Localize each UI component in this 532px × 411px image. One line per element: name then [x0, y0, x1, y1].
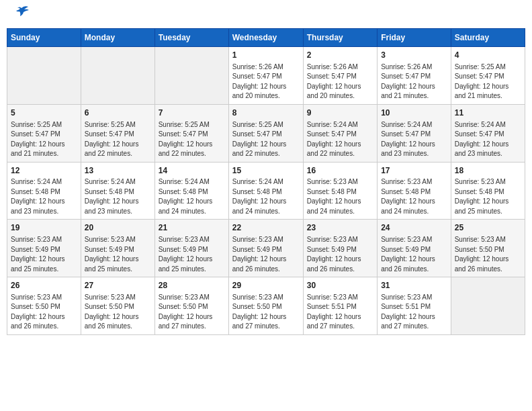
day-info: Sunrise: 5:23 AMSunset: 5:48 PMDaylight:…	[455, 177, 521, 216]
day-number: 29	[232, 280, 300, 291]
page-header	[7, 7, 525, 24]
calendar-week-row: 12Sunrise: 5:24 AMSunset: 5:48 PMDayligh…	[7, 162, 525, 220]
day-info: Sunrise: 5:26 AMSunset: 5:47 PMDaylight:…	[232, 62, 300, 101]
calendar-cell: 12Sunrise: 5:24 AMSunset: 5:48 PMDayligh…	[7, 162, 81, 220]
calendar-cell: 7Sunrise: 5:25 AMSunset: 5:47 PMDaylight…	[154, 104, 228, 162]
day-info: Sunrise: 5:24 AMSunset: 5:47 PMDaylight:…	[307, 120, 373, 159]
calendar-cell: 9Sunrise: 5:24 AMSunset: 5:47 PMDaylight…	[303, 104, 377, 162]
calendar-cell: 3Sunrise: 5:26 AMSunset: 5:47 PMDaylight…	[378, 47, 451, 105]
day-number: 20	[85, 222, 151, 234]
calendar-cell: 15Sunrise: 5:24 AMSunset: 5:48 PMDayligh…	[228, 162, 303, 220]
day-number: 2	[307, 50, 373, 61]
day-number: 31	[381, 280, 447, 291]
weekday-header-thursday: Thursday	[303, 29, 377, 47]
calendar-cell: 23Sunrise: 5:23 AMSunset: 5:49 PMDayligh…	[303, 220, 377, 277]
day-info: Sunrise: 5:24 AMSunset: 5:48 PMDaylight:…	[159, 177, 225, 216]
calendar-cell: 30Sunrise: 5:23 AMSunset: 5:51 PMDayligh…	[303, 277, 377, 335]
day-number: 11	[455, 107, 521, 119]
day-info: Sunrise: 5:23 AMSunset: 5:50 PMDaylight:…	[455, 235, 521, 274]
day-info: Sunrise: 5:23 AMSunset: 5:50 PMDaylight:…	[85, 293, 151, 332]
calendar-cell: 19Sunrise: 5:23 AMSunset: 5:49 PMDayligh…	[7, 220, 81, 277]
day-info: Sunrise: 5:26 AMSunset: 5:47 PMDaylight:…	[307, 62, 373, 101]
weekday-header-saturday: Saturday	[451, 29, 525, 47]
day-info: Sunrise: 5:25 AMSunset: 5:47 PMDaylight:…	[232, 120, 300, 159]
day-number: 15	[232, 165, 300, 177]
day-number: 12	[11, 165, 77, 177]
day-number: 13	[85, 165, 151, 177]
logo	[11, 9, 31, 21]
calendar-cell: 21Sunrise: 5:23 AMSunset: 5:49 PMDayligh…	[154, 220, 228, 277]
day-number: 18	[455, 165, 521, 177]
day-number: 14	[159, 165, 225, 177]
calendar-week-row: 26Sunrise: 5:23 AMSunset: 5:50 PMDayligh…	[7, 277, 525, 335]
day-info: Sunrise: 5:23 AMSunset: 5:51 PMDaylight:…	[381, 293, 447, 332]
calendar-cell: 5Sunrise: 5:25 AMSunset: 5:47 PMDaylight…	[7, 104, 81, 162]
calendar-cell: 14Sunrise: 5:24 AMSunset: 5:48 PMDayligh…	[154, 162, 228, 220]
calendar-cell: 11Sunrise: 5:24 AMSunset: 5:47 PMDayligh…	[451, 104, 525, 162]
calendar-cell: 18Sunrise: 5:23 AMSunset: 5:48 PMDayligh…	[451, 162, 525, 220]
day-info: Sunrise: 5:23 AMSunset: 5:49 PMDaylight:…	[85, 235, 151, 274]
day-info: Sunrise: 5:23 AMSunset: 5:50 PMDaylight:…	[159, 293, 225, 332]
calendar-week-row: 1Sunrise: 5:26 AMSunset: 5:47 PMDaylight…	[7, 47, 525, 105]
calendar-cell: 16Sunrise: 5:23 AMSunset: 5:48 PMDayligh…	[303, 162, 377, 220]
calendar-cell: 8Sunrise: 5:25 AMSunset: 5:47 PMDaylight…	[228, 104, 303, 162]
day-info: Sunrise: 5:24 AMSunset: 5:47 PMDaylight:…	[381, 120, 447, 159]
calendar-cell: 27Sunrise: 5:23 AMSunset: 5:50 PMDayligh…	[81, 277, 154, 335]
calendar-week-row: 5Sunrise: 5:25 AMSunset: 5:47 PMDaylight…	[7, 104, 525, 162]
calendar-cell: 31Sunrise: 5:23 AMSunset: 5:51 PMDayligh…	[378, 277, 451, 335]
calendar-cell: 4Sunrise: 5:25 AMSunset: 5:47 PMDaylight…	[451, 47, 525, 105]
day-info: Sunrise: 5:23 AMSunset: 5:49 PMDaylight:…	[232, 235, 300, 274]
day-info: Sunrise: 5:25 AMSunset: 5:47 PMDaylight:…	[159, 120, 225, 159]
day-info: Sunrise: 5:25 AMSunset: 5:47 PMDaylight:…	[455, 62, 521, 101]
calendar-table: SundayMondayTuesdayWednesdayThursdayFrid…	[7, 28, 525, 335]
day-info: Sunrise: 5:24 AMSunset: 5:47 PMDaylight:…	[455, 120, 521, 159]
weekday-header-tuesday: Tuesday	[154, 29, 228, 47]
day-number: 25	[455, 222, 521, 234]
calendar-cell: 28Sunrise: 5:23 AMSunset: 5:50 PMDayligh…	[154, 277, 228, 335]
calendar-cell	[81, 47, 154, 105]
day-info: Sunrise: 5:23 AMSunset: 5:51 PMDaylight:…	[307, 293, 373, 332]
calendar-week-row: 19Sunrise: 5:23 AMSunset: 5:49 PMDayligh…	[7, 220, 525, 277]
calendar-header-row: SundayMondayTuesdayWednesdayThursdayFrid…	[7, 29, 525, 47]
calendar-cell: 26Sunrise: 5:23 AMSunset: 5:50 PMDayligh…	[7, 277, 81, 335]
day-number: 16	[307, 165, 373, 177]
calendar-cell: 22Sunrise: 5:23 AMSunset: 5:49 PMDayligh…	[228, 220, 303, 277]
calendar-cell: 1Sunrise: 5:26 AMSunset: 5:47 PMDaylight…	[228, 47, 303, 105]
calendar-cell	[7, 47, 81, 105]
day-info: Sunrise: 5:23 AMSunset: 5:48 PMDaylight:…	[307, 177, 373, 216]
day-info: Sunrise: 5:25 AMSunset: 5:47 PMDaylight:…	[85, 120, 151, 159]
calendar-cell	[154, 47, 228, 105]
day-info: Sunrise: 5:23 AMSunset: 5:48 PMDaylight:…	[381, 177, 447, 216]
calendar-cell: 24Sunrise: 5:23 AMSunset: 5:49 PMDayligh…	[378, 220, 451, 277]
day-number: 1	[232, 50, 300, 61]
day-number: 6	[85, 107, 151, 119]
day-number: 22	[232, 222, 300, 234]
day-number: 19	[11, 222, 77, 234]
calendar-cell: 29Sunrise: 5:23 AMSunset: 5:50 PMDayligh…	[228, 277, 303, 335]
calendar-cell: 17Sunrise: 5:23 AMSunset: 5:48 PMDayligh…	[378, 162, 451, 220]
day-number: 5	[11, 107, 77, 119]
weekday-header-monday: Monday	[81, 29, 154, 47]
day-number: 10	[381, 107, 447, 119]
day-number: 27	[85, 280, 151, 291]
day-info: Sunrise: 5:23 AMSunset: 5:49 PMDaylight:…	[159, 235, 225, 274]
calendar-cell: 6Sunrise: 5:25 AMSunset: 5:47 PMDaylight…	[81, 104, 154, 162]
day-info: Sunrise: 5:23 AMSunset: 5:50 PMDaylight:…	[232, 293, 300, 332]
logo-bird-icon	[12, 3, 31, 21]
day-number: 9	[307, 107, 373, 119]
weekday-header-sunday: Sunday	[7, 29, 81, 47]
weekday-header-friday: Friday	[378, 29, 451, 47]
calendar-cell: 25Sunrise: 5:23 AMSunset: 5:50 PMDayligh…	[451, 220, 525, 277]
day-info: Sunrise: 5:23 AMSunset: 5:49 PMDaylight:…	[307, 235, 373, 274]
day-info: Sunrise: 5:25 AMSunset: 5:47 PMDaylight:…	[11, 120, 77, 159]
day-number: 30	[307, 280, 373, 291]
day-info: Sunrise: 5:23 AMSunset: 5:49 PMDaylight:…	[381, 235, 447, 274]
day-number: 23	[307, 222, 373, 234]
weekday-header-wednesday: Wednesday	[228, 29, 303, 47]
day-number: 4	[455, 50, 521, 61]
day-number: 17	[381, 165, 447, 177]
day-number: 3	[381, 50, 447, 61]
calendar-cell: 2Sunrise: 5:26 AMSunset: 5:47 PMDaylight…	[303, 47, 377, 105]
calendar-cell: 10Sunrise: 5:24 AMSunset: 5:47 PMDayligh…	[378, 104, 451, 162]
calendar-cell	[451, 277, 525, 335]
